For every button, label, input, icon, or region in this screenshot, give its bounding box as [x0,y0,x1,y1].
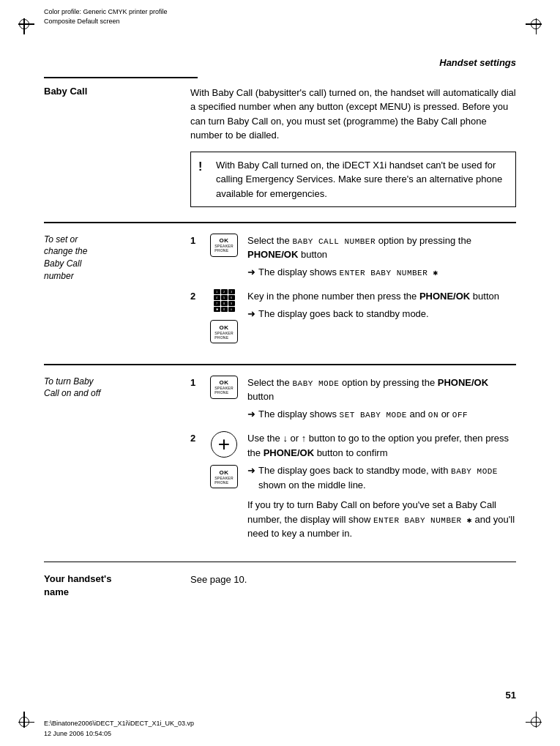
baby-call-text: With Baby Call (babysitter's call) turne… [190,87,516,141]
enter-baby-number-mono-2: ENTER BABY NUMBER ✱ [373,516,472,525]
turn-step2-content: Use the ↓ or ↑ button to go to the optio… [247,431,516,541]
baby-mode-mono: BABY MODE [292,379,339,388]
set-label-line2: change the [44,246,87,256]
phone-ok-btn-1: OK SPEAKERPHONE [210,234,238,257]
set-step1-arrow: ➜ The display shows ENTER BABY NUMBER ✱ [247,265,516,280]
turn-step1-icon: OK SPEAKERPHONE [208,376,240,399]
baby-call-body: With Baby Call (babysitter's call) turne… [190,86,516,208]
turn-step1-arrow: ➜ The display shows SET BABY MODE and ON… [247,407,516,422]
handset-label-line1: Your handset's [44,573,111,584]
baby-call-label: Baby Call [44,86,190,208]
set-label-line1: To set or [44,234,78,245]
set-step2-content: Key in the phone number then press the P… [247,289,516,321]
phone-ok-btn-2: OK SPEAKERPHONE [210,320,238,343]
baby-call-section: Baby Call With Baby Call (babysitter's c… [44,86,516,208]
crossh-tr [526,23,542,25]
handset-section: Your handset's name See page 10. [44,572,516,599]
set-label-line4: number [44,271,74,281]
turn-step2-icon: + OK SPEAKERPHONE [208,431,240,488]
warning-box: ! With Baby Call turned on, the iDECT X1… [190,152,516,208]
set-step1-text: Select the BABY CALL NUMBER option by pr… [247,235,471,261]
warning-icon: ! [198,158,209,176]
meta-line1: Color profile: Generic CMYK printer prof… [44,7,168,17]
turn-step2-arrow1: ➜ The display goes back to standby mode,… [247,463,516,492]
crossv-tr [536,18,537,34]
set-steps-body: 1 OK SPEAKERPHONE Select the BABY CALL N… [190,234,516,354]
turn-label: To turn Baby Call on and off [44,376,190,551]
phone-ok-btn-4: OK SPEAKERPHONE [210,465,238,488]
set-step2-arrow-text: The display goes back to standby mode. [258,307,429,321]
set-step2: 2 1 2 3 4 5 6 7 8 [190,289,516,343]
set-step1-icon: OK SPEAKERPHONE [208,234,240,257]
plus-icon: + [211,431,237,458]
bottom-line2: 12 June 2006 10:54:05 [44,729,194,739]
turn-step2: 2 + OK SPEAKERPHONE Use the ↓ or ↑ butto… [190,431,516,541]
set-section: To set or change the Baby Call number 1 … [44,234,516,354]
turn-step1-content: Select the BABY MODE option by pressing … [247,376,516,422]
crossv-tl [23,18,25,34]
crossh-tl [18,23,34,25]
set-baby-mode-mono: SET BABY MODE [340,411,407,419]
page-header: Handset settings [44,57,516,71]
turn-step2-num: 2 [190,433,204,444]
phone-ok-bold-3: PHONE/OK [438,377,488,388]
set-step1-num: 1 [190,235,204,246]
main-content: Baby Call With Baby Call (babysitter's c… [44,77,516,687]
phone-ok-btn-3: OK SPEAKERPHONE [210,376,238,399]
top-meta: Color profile: Generic CMYK printer prof… [44,7,168,26]
turn-label-line2: Call on and off [44,388,100,398]
handset-body: See page 10. [190,572,247,587]
set-step2-icon: 1 2 3 4 5 6 7 8 9 ✱ 0 # [208,289,240,343]
divider-3 [44,562,516,563]
warning-text: With Baby Call turned on, the iDECT X1i … [216,158,508,201]
divider-1 [44,222,516,223]
bottom-line1: E:\Binatone2006\iDECT_X1i\iDECT_X1i_UK_0… [44,719,194,729]
set-step2-num: 2 [190,291,204,302]
turn-label-line1: To turn Baby [44,376,94,387]
turn-section: To turn Baby Call on and off 1 OK SPEAKE… [44,376,516,551]
baby-call-number-mono: BABY CALL NUMBER [292,237,376,246]
phone-ok-bold-2: PHONE/OK [419,291,470,302]
off-mono: OFF [452,411,468,419]
set-step2-text: Key in the phone number then press the P… [247,291,499,302]
set-step1: 1 OK SPEAKERPHONE Select the BABY CALL N… [190,234,516,280]
crossv-br [536,712,537,728]
set-step1-content: Select the BABY CALL NUMBER option by pr… [247,234,516,280]
baby-mode-mono-2: BABY MODE [451,467,498,476]
header-title: Handset settings [439,57,516,68]
turn-step2-note: If you try to turn Baby Call on before y… [247,498,516,541]
keypad-icon: 1 2 3 4 5 6 7 8 9 ✱ 0 # [210,289,238,314]
meta-line2: Composite Default screen [44,17,168,26]
divider-2 [44,364,516,365]
phone-ok-bold-4: PHONE/OK [264,447,314,458]
enter-baby-number-mono: ENTER BABY NUMBER ✱ [340,269,438,277]
crossh-bl [18,722,34,723]
turn-step1: 1 OK SPEAKERPHONE Select the BABY MODE o… [190,376,516,422]
set-step2-arrow: ➜ The display goes back to standby mode. [247,307,516,321]
handset-label-line2: name [44,586,69,597]
top-rule [44,77,198,78]
turn-steps-body: 1 OK SPEAKERPHONE Select the BABY MODE o… [190,376,516,551]
bottom-meta: E:\Binatone2006\iDECT_X1i\iDECT_X1i_UK_0… [44,719,194,739]
on-mono: ON [428,411,438,419]
page: Color profile: Generic CMYK printer prof… [0,0,560,746]
crossv-bl [23,712,25,728]
crossh-br [526,722,542,723]
phone-ok-bold: PHONE/OK [247,249,298,260]
handset-label: Your handset's name [44,572,190,599]
turn-step1-num: 1 [190,377,204,388]
set-label: To set or change the Baby Call number [44,234,190,354]
page-number: 51 [506,690,516,701]
set-label-line3: Baby Call [44,258,81,269]
